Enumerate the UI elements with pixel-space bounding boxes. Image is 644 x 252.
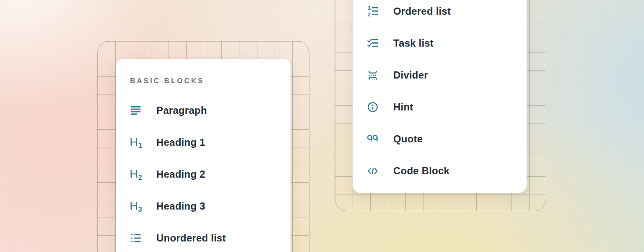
menu-item-quote[interactable]: Quote: [367, 123, 514, 155]
blocks-menu-continued: 1 2 Ordered list Task list: [353, 0, 527, 193]
basic-blocks-items: Paragraph H1 Heading 1 H2 Heading 2 H3 H…: [130, 94, 278, 252]
code-block-icon: [367, 165, 379, 177]
svg-text:2: 2: [368, 12, 371, 17]
menu-item-label: Heading 3: [156, 200, 205, 212]
menu-item-label: Unordered list: [156, 232, 226, 244]
menu-item-label: Task list: [393, 37, 434, 49]
menu-item-heading-1[interactable]: H1 Heading 1: [130, 126, 278, 158]
task-list-icon: [367, 37, 379, 49]
menu-item-label: Divider: [393, 69, 428, 81]
hint-icon: [367, 101, 379, 113]
menu-item-divider[interactable]: Divider: [367, 59, 514, 91]
paragraph-icon: [130, 105, 142, 116]
blocks-items: 1 2 Ordered list Task list: [367, 0, 514, 187]
menu-item-label: Paragraph: [156, 105, 207, 116]
section-label-basic-blocks: BASIC BLOCKS: [130, 75, 278, 87]
menu-item-label: Ordered list: [393, 5, 451, 17]
svg-text:1: 1: [368, 5, 371, 11]
divider-icon: [367, 69, 379, 81]
menu-item-label: Heading 2: [156, 168, 205, 180]
menu-item-hint[interactable]: Hint: [367, 91, 514, 123]
heading-1-icon: H1: [130, 136, 142, 148]
menu-item-task-list[interactable]: Task list: [367, 27, 514, 59]
menu-item-unordered-list[interactable]: Unordered list: [130, 222, 278, 252]
menu-item-ordered-list[interactable]: 1 2 Ordered list: [367, 0, 514, 27]
menu-item-label: Heading 1: [156, 136, 205, 148]
quote-icon: [367, 133, 379, 145]
menu-item-label: Hint: [393, 101, 413, 113]
basic-blocks-menu: BASIC BLOCKS Paragraph H1 Heading 1 H2 H…: [116, 59, 291, 252]
unordered-list-icon: [130, 232, 142, 244]
menu-item-label: Quote: [393, 133, 423, 145]
menu-item-label: Code Block: [393, 165, 449, 177]
menu-item-heading-3[interactable]: H3 Heading 3: [130, 190, 278, 222]
ordered-list-icon: 1 2: [367, 5, 379, 17]
menu-item-paragraph[interactable]: Paragraph: [130, 94, 278, 126]
menu-item-code-block[interactable]: Code Block: [367, 155, 514, 187]
heading-3-icon: H3: [130, 200, 142, 212]
heading-2-icon: H2: [130, 168, 142, 180]
menu-item-heading-2[interactable]: H2 Heading 2: [130, 158, 278, 190]
